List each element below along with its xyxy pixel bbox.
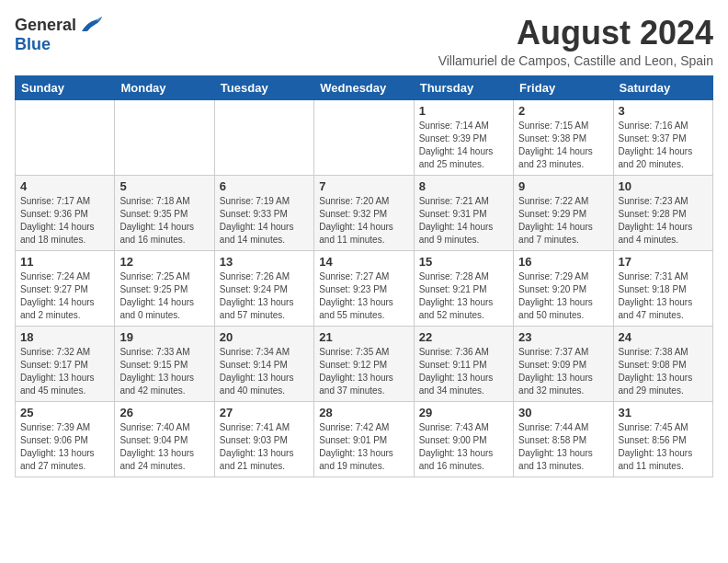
logo-blue-text: Blue [15, 35, 51, 54]
calendar-cell [314, 99, 414, 175]
day-info: Sunrise: 7:43 AM Sunset: 9:00 PM Dayligh… [419, 421, 508, 473]
day-number: 27 [220, 406, 309, 419]
calendar-cell: 29Sunrise: 7:43 AM Sunset: 9:00 PM Dayli… [414, 401, 513, 477]
day-number: 17 [619, 255, 708, 269]
day-info: Sunrise: 7:14 AM Sunset: 9:39 PM Dayligh… [419, 120, 508, 171]
day-number: 30 [518, 406, 608, 419]
day-number: 12 [119, 255, 209, 269]
day-number: 22 [419, 330, 508, 344]
day-info: Sunrise: 7:20 AM Sunset: 9:32 PM Dayligh… [319, 195, 408, 247]
day-info: Sunrise: 7:31 AM Sunset: 9:18 PM Dayligh… [619, 270, 708, 322]
day-info: Sunrise: 7:25 AM Sunset: 9:25 PM Dayligh… [119, 270, 209, 322]
day-number: 15 [419, 255, 508, 269]
calendar-cell: 14Sunrise: 7:27 AM Sunset: 9:23 PM Dayli… [314, 250, 414, 326]
calendar-week-row: 4Sunrise: 7:17 AM Sunset: 9:36 PM Daylig… [16, 175, 713, 250]
calendar-week-row: 11Sunrise: 7:24 AM Sunset: 9:27 PM Dayli… [16, 250, 713, 326]
day-info: Sunrise: 7:16 AM Sunset: 9:37 PM Dayligh… [619, 120, 708, 171]
day-info: Sunrise: 7:26 AM Sunset: 9:24 PM Dayligh… [220, 270, 309, 322]
weekday-header-thursday: Thursday [414, 75, 513, 99]
calendar-cell: 27Sunrise: 7:41 AM Sunset: 9:03 PM Dayli… [214, 401, 313, 477]
day-number: 6 [220, 179, 309, 193]
logo-bird-icon [78, 15, 104, 35]
calendar-body: 1Sunrise: 7:14 AM Sunset: 9:39 PM Daylig… [16, 99, 713, 477]
day-number: 29 [419, 406, 508, 419]
calendar-cell: 20Sunrise: 7:34 AM Sunset: 9:14 PM Dayli… [214, 326, 313, 401]
day-number: 10 [619, 179, 708, 193]
day-info: Sunrise: 7:33 AM Sunset: 9:15 PM Dayligh… [119, 346, 209, 397]
calendar-cell: 30Sunrise: 7:44 AM Sunset: 8:58 PM Dayli… [514, 401, 613, 477]
calendar-week-row: 18Sunrise: 7:32 AM Sunset: 9:17 PM Dayli… [16, 326, 713, 401]
calendar-cell: 10Sunrise: 7:23 AM Sunset: 9:28 PM Dayli… [613, 175, 712, 250]
day-number: 21 [319, 330, 408, 344]
calendar-cell: 1Sunrise: 7:14 AM Sunset: 9:39 PM Daylig… [414, 99, 513, 175]
calendar-cell [115, 99, 214, 175]
day-info: Sunrise: 7:37 AM Sunset: 9:09 PM Dayligh… [518, 346, 608, 397]
day-info: Sunrise: 7:34 AM Sunset: 9:14 PM Dayligh… [220, 346, 309, 397]
calendar-cell: 19Sunrise: 7:33 AM Sunset: 9:15 PM Dayli… [115, 326, 214, 401]
day-number: 2 [518, 104, 608, 118]
day-number: 20 [220, 330, 309, 344]
day-number: 24 [619, 330, 708, 344]
day-info: Sunrise: 7:39 AM Sunset: 9:06 PM Dayligh… [20, 421, 109, 473]
day-number: 1 [419, 104, 508, 118]
day-info: Sunrise: 7:42 AM Sunset: 9:01 PM Dayligh… [319, 421, 408, 473]
day-info: Sunrise: 7:19 AM Sunset: 9:33 PM Dayligh… [220, 195, 309, 247]
calendar-header: SundayMondayTuesdayWednesdayThursdayFrid… [16, 75, 713, 99]
logo-general-text: General [15, 16, 76, 35]
calendar-cell: 22Sunrise: 7:36 AM Sunset: 9:11 PM Dayli… [414, 326, 513, 401]
day-number: 8 [419, 179, 508, 193]
weekday-header-row: SundayMondayTuesdayWednesdayThursdayFrid… [16, 75, 713, 99]
day-info: Sunrise: 7:40 AM Sunset: 9:04 PM Dayligh… [119, 421, 209, 473]
calendar-cell: 18Sunrise: 7:32 AM Sunset: 9:17 PM Dayli… [16, 326, 115, 401]
calendar-week-row: 1Sunrise: 7:14 AM Sunset: 9:39 PM Daylig… [16, 99, 713, 175]
day-number: 28 [319, 406, 408, 419]
calendar-cell: 26Sunrise: 7:40 AM Sunset: 9:04 PM Dayli… [115, 401, 214, 477]
day-info: Sunrise: 7:32 AM Sunset: 9:17 PM Dayligh… [20, 346, 109, 397]
day-info: Sunrise: 7:18 AM Sunset: 9:35 PM Dayligh… [119, 195, 209, 247]
day-info: Sunrise: 7:36 AM Sunset: 9:11 PM Dayligh… [419, 346, 508, 397]
day-number: 14 [319, 255, 408, 269]
weekday-header-friday: Friday [514, 75, 613, 99]
title-section: August 2024 Villamuriel de Campos, Casti… [438, 15, 713, 68]
calendar-cell [214, 99, 313, 175]
day-number: 26 [119, 406, 209, 419]
calendar-cell: 9Sunrise: 7:22 AM Sunset: 9:29 PM Daylig… [514, 175, 613, 250]
day-info: Sunrise: 7:15 AM Sunset: 9:38 PM Dayligh… [518, 120, 608, 171]
weekday-header-sunday: Sunday [16, 75, 115, 99]
day-number: 31 [619, 406, 708, 419]
day-number: 16 [518, 255, 608, 269]
calendar-cell: 6Sunrise: 7:19 AM Sunset: 9:33 PM Daylig… [214, 175, 313, 250]
day-info: Sunrise: 7:38 AM Sunset: 9:08 PM Dayligh… [619, 346, 708, 397]
calendar-cell: 7Sunrise: 7:20 AM Sunset: 9:32 PM Daylig… [314, 175, 414, 250]
day-number: 19 [119, 330, 209, 344]
calendar-cell: 12Sunrise: 7:25 AM Sunset: 9:25 PM Dayli… [115, 250, 214, 326]
calendar-cell: 16Sunrise: 7:29 AM Sunset: 9:20 PM Dayli… [514, 250, 613, 326]
logo: General Blue [15, 15, 104, 54]
day-info: Sunrise: 7:28 AM Sunset: 9:21 PM Dayligh… [419, 270, 508, 322]
day-info: Sunrise: 7:29 AM Sunset: 9:20 PM Dayligh… [518, 270, 608, 322]
calendar-cell [16, 99, 115, 175]
day-number: 4 [20, 179, 109, 193]
calendar-table: SundayMondayTuesdayWednesdayThursdayFrid… [15, 75, 713, 477]
weekday-header-saturday: Saturday [613, 75, 712, 99]
location-subtitle: Villamuriel de Campos, Castille and Leon… [438, 53, 713, 68]
day-number: 18 [20, 330, 109, 344]
page-header: General Blue August 2024 Villamuriel de … [15, 15, 713, 68]
weekday-header-monday: Monday [115, 75, 214, 99]
month-year-title: August 2024 [438, 15, 713, 52]
day-info: Sunrise: 7:17 AM Sunset: 9:36 PM Dayligh… [20, 195, 109, 247]
day-number: 7 [319, 179, 408, 193]
calendar-cell: 5Sunrise: 7:18 AM Sunset: 9:35 PM Daylig… [115, 175, 214, 250]
day-info: Sunrise: 7:45 AM Sunset: 8:56 PM Dayligh… [619, 421, 708, 473]
calendar-cell: 28Sunrise: 7:42 AM Sunset: 9:01 PM Dayli… [314, 401, 414, 477]
day-info: Sunrise: 7:41 AM Sunset: 9:03 PM Dayligh… [220, 421, 309, 473]
calendar-cell: 15Sunrise: 7:28 AM Sunset: 9:21 PM Dayli… [414, 250, 513, 326]
day-info: Sunrise: 7:44 AM Sunset: 8:58 PM Dayligh… [518, 421, 608, 473]
day-number: 23 [518, 330, 608, 344]
calendar-cell: 11Sunrise: 7:24 AM Sunset: 9:27 PM Dayli… [16, 250, 115, 326]
calendar-cell: 8Sunrise: 7:21 AM Sunset: 9:31 PM Daylig… [414, 175, 513, 250]
day-info: Sunrise: 7:24 AM Sunset: 9:27 PM Dayligh… [20, 270, 109, 322]
day-info: Sunrise: 7:21 AM Sunset: 9:31 PM Dayligh… [419, 195, 508, 247]
day-number: 9 [518, 179, 608, 193]
day-number: 3 [619, 104, 708, 118]
